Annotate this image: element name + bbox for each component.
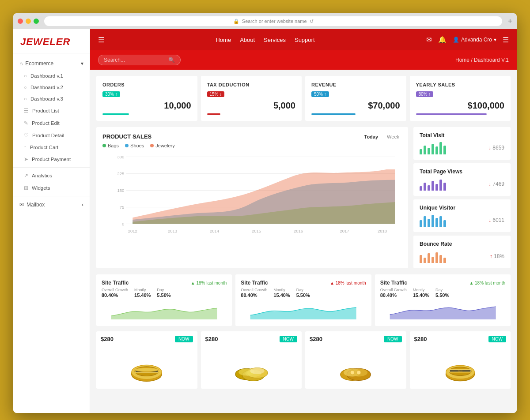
week-btn[interactable]: Week [384,133,402,140]
new-tab-button[interactable]: + [507,17,512,26]
tc3-overall-label: Overall Growth [380,288,407,292]
pc1-price: $280 [101,336,114,342]
refresh-icon: ↺ [310,19,314,24]
today-btn[interactable]: Today [362,133,381,140]
user-menu[interactable]: 👤 Advanda Cro ▾ [453,37,496,43]
topnav: ☰ Home About Services Support ✉ 🔔 👤 Adva… [90,29,517,50]
svg-point-22 [135,368,159,372]
stat-badge-orders: 30% ↑ [102,91,120,97]
bar1 [420,186,422,191]
bar6 [439,142,442,154]
svg-text:Cartier: Cartier [458,370,463,372]
product-card-1: $280 NOW [96,331,197,389]
page-views-value: ↓ 7469 [488,181,504,187]
legend-shoes: Shoes [125,143,144,148]
tc2-day: Day 5.50% [296,288,310,298]
sidebar-item-dashboard-v1[interactable]: ○ Dashboard v.1 [13,70,90,82]
hamburger-icon[interactable]: ☰ [98,36,104,44]
total-visit-bars [420,141,446,154]
pc1-now-btn[interactable]: NOW [175,336,193,342]
window-controls [18,19,39,24]
nav-home[interactable]: Home [216,37,231,43]
sidebar-item-product-edit[interactable]: ✎ Product Edit [13,117,90,129]
tc2-stats: Overall Growth 80.40% Montly 15.40% Day … [241,288,366,298]
pc4-top: $280 NOW [414,336,507,342]
tc3-header: Site Traffic ▲ 18% last month [380,280,505,286]
unique-visitor-row: ↓ 6011 [420,214,504,227]
minimize-button[interactable] [26,19,31,24]
svg-text:2013: 2013 [168,229,177,233]
sidebar-item-product-detail[interactable]: ♡ Product Detail [13,129,90,142]
sidebar-item-dashboard-v2[interactable]: ○ Dashboard v.2 [13,82,90,93]
tc3-stats: Overall Growth 80.40% Montly 15.40% Day … [380,288,505,298]
email-icon[interactable]: ✉ [426,36,432,44]
ring-1-svg [127,360,167,384]
bar2 [424,146,426,154]
svg-text:150: 150 [117,188,124,193]
sidebar-item-mailbox[interactable]: ✉ Mailbox ‹ [13,198,90,211]
bar7 [443,220,446,227]
pc4-now-btn[interactable]: NOW [488,336,506,342]
sidebar-item-widgets[interactable]: ⊞ Widgets [13,182,90,194]
mini-stat-bounce-rate: Bounce Rate [413,236,511,268]
bar1 [420,220,422,227]
svg-point-34 [357,371,361,375]
sidebar-group-ecommerce[interactable]: ⌂ Ecommerce ▾ [13,57,90,70]
stat-bar-tax [207,113,220,115]
bar5 [435,146,438,154]
pc1-top: $280 NOW [101,336,193,342]
stat-bar-revenue [311,113,356,115]
search-input[interactable] [104,57,166,63]
menu-icon[interactable]: ☰ [503,36,509,44]
pc2-top: $280 NOW [205,336,298,342]
arrow-down-icon: ↓ [488,145,491,151]
ps-header: PRODUCT SALES Today Week [102,133,402,140]
unique-visitor-bars [420,214,446,227]
pc3-now-btn[interactable]: NOW [384,336,401,342]
search-wrap[interactable]: 🔍 [98,55,181,65]
ring-3-svg [336,360,375,384]
nav-support[interactable]: Support [295,37,315,43]
svg-point-33 [351,371,355,375]
dropdown-icon: ▾ [494,37,496,43]
stat-badge-tax: 15% ↓ [207,91,225,97]
maximize-button[interactable] [34,19,39,24]
topnav-right: ✉ 🔔 👤 Advanda Cro ▾ ☰ [426,36,509,44]
pc3-price: $280 [310,336,322,342]
tc3-badge: ▲ 18% last month [469,281,505,285]
sidebar-item-analytics[interactable]: ↗ Analytics [13,169,90,182]
sidebar-item-dashboard-v3[interactable]: ○ Dashboard v.3 [13,93,90,105]
stat-card-orders: ORDERS 30% ↑ 10,000 [96,76,197,121]
tc1-title: Site Traffic [102,280,129,286]
tc1-day-val: 5.50% [157,292,170,298]
stats-row: ORDERS 30% ↑ 10,000 TAX DEDUCTION 15% ↓ … [96,76,511,121]
sidebar-item-product-payment[interactable]: ➤ Product Payment [13,153,90,165]
arrow-left-icon: ‹ [82,202,83,208]
arrow-up-icon: ↑ [490,253,492,259]
tc2-monthly-val: 15.40% [273,292,290,298]
product-card-3: $280 NOW [305,331,406,389]
total-visit-value: ↓ ↓ 8659 8659 [488,145,504,151]
sidebar-item-product-list[interactable]: ☰ Product List [13,105,90,117]
nav-services[interactable]: Services [264,37,286,43]
jewelery-area [132,169,395,224]
total-visit-row: ↓ ↓ 8659 8659 [420,141,504,154]
bar2 [424,183,426,191]
sidebar-item-product-cart[interactable]: ↑ Product Cart [13,142,90,153]
tc1-overall: Overall Growth 80.40% [102,288,128,298]
bell-icon[interactable]: 🔔 [438,36,447,44]
ring-2-svg [231,360,271,384]
nav-about[interactable]: About [240,37,255,43]
tc1-header: Site Traffic ▲ 18% last month [102,280,227,286]
bar6 [439,180,442,191]
cart-icon: ↑ [24,145,26,150]
traffic-card-2: Site Traffic ▲ 18% last month Overall Gr… [235,274,371,326]
tc3-overall-val: 80.40% [380,292,397,298]
close-button[interactable] [18,19,23,24]
svg-text:2015: 2015 [252,229,261,233]
pc2-now-btn[interactable]: NOW [280,336,297,342]
area-chart: 300 225 150 75 0 2012 2013 2014 2015 20 [102,153,402,238]
bounce-rate-title: Bounce Rate [420,241,504,247]
address-bar[interactable]: 🔒 Search or enter website name ↺ [44,16,502,26]
product-card-4: $280 NOW Cartier [410,331,511,389]
